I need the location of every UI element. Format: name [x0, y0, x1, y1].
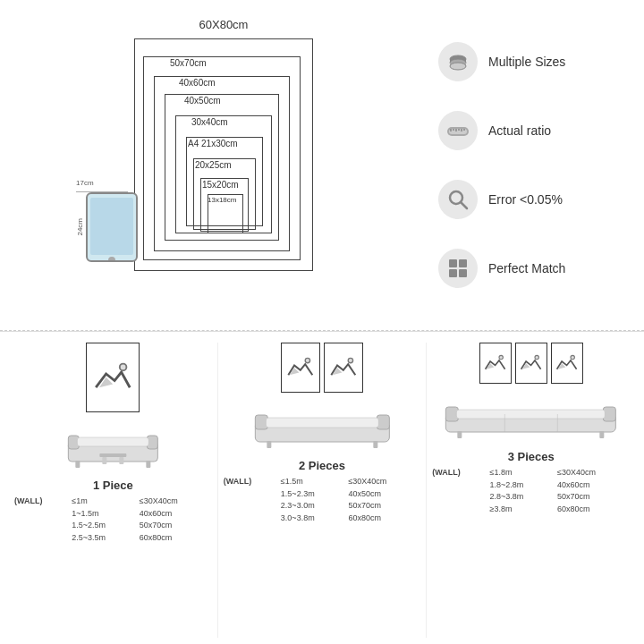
- grid-icon: [438, 249, 478, 288]
- svg-point-41: [499, 355, 503, 359]
- label-13x18: 13x18cm: [208, 196, 236, 204]
- magnifier-icon: [438, 180, 478, 219]
- art-frame-1: [86, 343, 140, 412]
- tape-icon: [438, 111, 478, 150]
- svg-point-33: [348, 358, 352, 362]
- feature-multiple-sizes: Multiple Sizes: [438, 42, 617, 81]
- art-frame-2b: [324, 343, 363, 393]
- wall-3-row3: 2.8~3.8m: [488, 491, 556, 504]
- size-2-row3: 50x70cm: [346, 500, 422, 513]
- ipad-height-label: 24cm: [76, 218, 84, 236]
- size-1-row2: 40x60cm: [138, 508, 214, 521]
- sofa-3-piece: [430, 391, 631, 445]
- wall-2-row1: ≤1.5m: [279, 476, 347, 488]
- piece-1-title: 1 Piece: [93, 479, 133, 492]
- svg-rect-27: [99, 453, 126, 457]
- wall-label-2: (WALL): [222, 476, 279, 524]
- feature-actual-ratio: Actual ratio: [438, 111, 617, 150]
- svg-point-20: [120, 364, 127, 371]
- feature-error: Error <0.05%: [438, 180, 617, 219]
- feature-actual-ratio-label: Actual ratio: [488, 123, 551, 138]
- svg-rect-28: [102, 457, 106, 464]
- wall-1-row3: 1.5~2.5m: [70, 520, 138, 532]
- piece-section-1: 1 Piece (WALL)≤1m≤30X40cm 1~1.5m40x60cm …: [9, 343, 218, 638]
- piece-section-2: 2 Pieces (WALL)≤1.5m≤30X40cm 1.5~2.3m40x…: [218, 343, 428, 638]
- size-2-row2: 40x50cm: [346, 488, 422, 501]
- wall-2-row4: 3.0~3.8m: [279, 513, 347, 525]
- art-frame-3a: [479, 343, 512, 384]
- size-1-row1: ≤30X40cm: [138, 496, 214, 508]
- bottom-section: 1 Piece (WALL)≤1m≤30X40cm 1~1.5m40x60cm …: [0, 332, 644, 644]
- feature-perfect-match-label: Perfect Match: [488, 261, 565, 275]
- wall-3-row4: ≥3.8m: [488, 504, 556, 516]
- wall-3-row2: 1.8~2.8m: [488, 479, 556, 492]
- svg-rect-49: [457, 410, 606, 419]
- art-frame-2a: [281, 343, 320, 393]
- svg-point-4: [450, 63, 466, 70]
- top-section: 60X80cm 50x70cm 40x60cm 40x50cm 30x40cm …: [0, 0, 644, 331]
- size-60x80-top-label: 60X80cm: [199, 18, 249, 31]
- label-50x70: 50x70cm: [170, 58, 207, 68]
- piece-2-table: (WALL)≤1.5m≤30X40cm 1.5~2.3m40x50cm 2.3~…: [222, 476, 423, 524]
- size-2-row4: 60x80cm: [346, 513, 422, 525]
- piece-1-table: (WALL)≤1m≤30X40cm 1~1.5m40x60cm 1.5~2.5m…: [13, 496, 214, 544]
- svg-rect-18: [459, 269, 467, 277]
- svg-rect-15: [449, 259, 457, 267]
- svg-point-45: [571, 355, 574, 359]
- sofa-1-piece: [13, 419, 214, 473]
- svg-rect-38: [267, 441, 271, 448]
- size-1-row4: 60x80cm: [138, 532, 214, 545]
- wall-1-row2: 1~1.5m: [70, 508, 138, 521]
- piece-2-title: 2 Pieces: [299, 459, 345, 472]
- svg-rect-26: [146, 461, 150, 468]
- svg-rect-24: [77, 437, 148, 446]
- wall-3-row1: ≤1.8m: [488, 467, 556, 479]
- piece-section-3: 3 Pieces (WALL)≤1.8m≤30X40cm 1.8~2.8m40x…: [427, 343, 635, 638]
- artwork-3-piece: [479, 343, 583, 384]
- size-2-row1: ≤30X40cm: [346, 476, 422, 488]
- sofa-2-piece: [222, 400, 423, 453]
- feature-perfect-match: Perfect Match: [438, 249, 617, 288]
- features-panel: Multiple Sizes Actual ratio: [429, 9, 626, 321]
- label-a4: A4 21x30cm: [188, 139, 238, 148]
- wall-label-3: (WALL): [430, 467, 487, 515]
- piece-3-title: 3 Pieces: [508, 450, 555, 463]
- wall-1-row4: 2.5~3.5m: [70, 532, 138, 545]
- svg-point-43: [535, 355, 538, 359]
- size-3-row4: 60x80cm: [555, 504, 631, 516]
- feature-multiple-sizes-label: Multiple Sizes: [488, 55, 565, 69]
- wall-label-1: (WALL): [13, 496, 70, 544]
- svg-rect-29: [119, 457, 123, 464]
- label-20x25: 20x25cm: [195, 160, 232, 170]
- wall-2-row3: 2.3~3.0m: [279, 500, 347, 513]
- wall-2-row2: 1.5~2.3m: [279, 488, 347, 501]
- svg-rect-50: [458, 431, 462, 438]
- ipad-illustration: [86, 192, 138, 262]
- artwork-1-piece: [86, 343, 140, 412]
- svg-rect-17: [449, 269, 457, 277]
- size-3-row2: 40x60cm: [555, 479, 631, 492]
- size-1-row3: 50x70cm: [138, 520, 214, 532]
- label-40x60: 40x60cm: [179, 78, 216, 88]
- coins-icon: [438, 42, 478, 81]
- artwork-2-piece: [281, 343, 363, 393]
- svg-point-31: [305, 358, 309, 362]
- art-frame-3b: [515, 343, 547, 384]
- svg-rect-39: [373, 441, 377, 448]
- label-30x40: 30x40cm: [191, 117, 228, 127]
- wall-1-row1: ≤1m: [70, 496, 138, 508]
- svg-line-14: [461, 202, 467, 208]
- svg-rect-37: [266, 418, 378, 428]
- art-frame-3c: [551, 343, 583, 384]
- ipad-container: 17cm 24cm: [76, 190, 138, 262]
- svg-rect-16: [459, 259, 467, 267]
- ipad-width-label: 17cm: [76, 179, 94, 187]
- piece-3-table: (WALL)≤1.8m≤30X40cm 1.8~2.8m40x60cm 2.8~…: [430, 467, 631, 515]
- size-3-row3: 50x70cm: [555, 491, 631, 504]
- nested-boxes-container: 50x70cm 40x60cm 40x50cm 30x40cm A4 21x30…: [134, 38, 313, 280]
- label-15x20: 15x20cm: [202, 180, 239, 190]
- svg-rect-51: [600, 431, 605, 438]
- size-3-row1: ≤30X40cm: [555, 467, 631, 479]
- label-40x50: 40x50cm: [184, 96, 221, 106]
- sizes-diagram: 60X80cm 50x70cm 40x60cm 40x50cm 30x40cm …: [18, 9, 429, 321]
